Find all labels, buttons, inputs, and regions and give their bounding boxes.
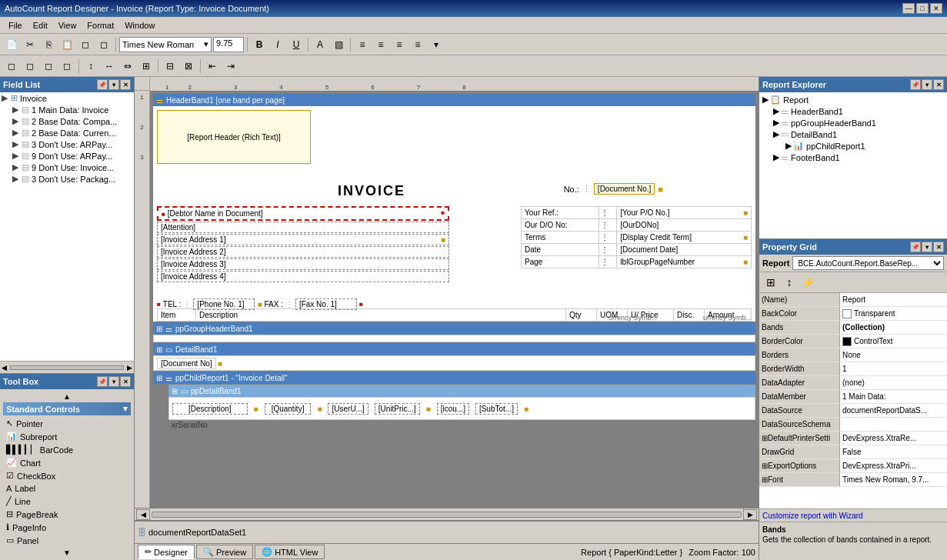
tool-barcode[interactable]: ▋▌▍▎▏ BarCode (3, 443, 131, 456)
tree-groupheader[interactable]: ▶ ⚌ ppGroupHeaderBand1 (761, 117, 945, 128)
scroll-left-icon[interactable]: ◀ (2, 364, 7, 372)
design-canvas-scroll[interactable]: ⚌ HeaderBand1 [one band per page] [Repor… (150, 91, 759, 508)
align-center-btn[interactable]: ≡ (372, 36, 389, 53)
prop-events-btn[interactable]: ⚡ (799, 274, 816, 291)
report-header-richtext[interactable]: [Report Header (Rich Text)] (157, 110, 311, 164)
subtot-detail[interactable]: [SubTot...] (475, 403, 518, 415)
tool-pagebreak[interactable]: ⊟ PageBreak (3, 508, 131, 521)
page-value[interactable]: lblGroupPageNumber ■ (617, 256, 752, 268)
menu-file[interactable]: File (3, 18, 28, 32)
tb4[interactable]: ◻ (77, 36, 94, 53)
tree-footerband-expand[interactable]: ▶ (773, 152, 779, 162)
terms-value[interactable]: [Display Credit Term] ■ (617, 232, 752, 244)
tool-pointer[interactable]: ↖ Pointer (3, 417, 131, 430)
expand-2-icon[interactable]: ▶ (12, 128, 20, 138)
font-size-box[interactable]: 9.75 (213, 37, 244, 52)
prop-expand-exportoptions[interactable]: ⊞ (762, 462, 768, 470)
field-root[interactable]: ▶ ⊞ Invoice (0, 92, 134, 104)
prop-bordercolor-value[interactable]: ControlText (840, 335, 947, 348)
expand-3-icon[interactable]: ▶ (12, 139, 20, 149)
prop-bands-value[interactable]: (Collection) (840, 321, 947, 334)
prop-alphabetical-btn[interactable]: ↕ (781, 274, 798, 291)
expand-5-icon[interactable]: ▶ (12, 162, 20, 172)
fill-btn[interactable]: ▧ (330, 36, 347, 53)
prop-expand-defaultprinter[interactable]: ⊞ (762, 434, 768, 442)
minimize-btn[interactable]: — (902, 3, 915, 14)
explorer-pin[interactable]: 📌 (910, 79, 921, 90)
close-btn[interactable]: ✕ (930, 3, 942, 14)
address2-field[interactable]: [Invoice Address 2] (157, 246, 449, 258)
t2-6[interactable]: ↔ (101, 58, 118, 75)
field-list-pin[interactable]: 📌 (97, 79, 108, 90)
prop-borders-value[interactable]: None (840, 348, 947, 362)
tree-groupheader-expand[interactable]: ▶ (773, 118, 779, 128)
date-value[interactable]: [Document Date] (617, 244, 752, 256)
address1-field[interactable]: [Invoice Address 1] ■ (157, 234, 449, 245)
address3-field[interactable]: [Invoice Address 3] (157, 258, 449, 270)
new-btn[interactable]: 📄 (3, 36, 20, 53)
toolbox-pin[interactable]: 📌 (97, 376, 108, 387)
prop-datamember-value[interactable]: 1 Main Data: (840, 390, 947, 403)
hscroll-right-btn[interactable]: ▶ (743, 509, 757, 520)
tree-report-expand[interactable]: ▶ (762, 95, 769, 105)
t2-3[interactable]: ◻ (40, 58, 57, 75)
explorer-menu[interactable]: ▾ (922, 79, 932, 90)
tree-childreport-expand[interactable]: ▶ (785, 141, 792, 151)
prop-expand-font[interactable]: ⊞ (762, 475, 768, 484)
tab-designer[interactable]: ✏ Designer (138, 545, 195, 559)
t2-10[interactable]: ⊠ (180, 58, 197, 75)
prop-datasource-value[interactable]: documentReportDataS... (840, 404, 947, 417)
bold-btn[interactable]: B (251, 36, 268, 53)
align-right-btn[interactable]: ≡ (391, 36, 408, 53)
property-selector[interactable]: BCE.AutoCount.Report.BaseRep... (792, 256, 944, 270)
scroll-right-icon[interactable]: ▶ (127, 364, 132, 372)
prop-backcolor-value[interactable]: Transparent (840, 307, 947, 320)
t2-12[interactable]: ⇥ (222, 58, 239, 75)
property-grid-close[interactable]: ✕ (933, 242, 944, 252)
field-item-0[interactable]: ▶ ▤ 1 Main Data: Invoice (0, 104, 134, 115)
doc-no-field[interactable]: [Document No.] (594, 183, 655, 195)
description-detail[interactable]: [Description] (172, 403, 248, 415)
menu-edit[interactable]: Edit (28, 18, 53, 32)
prop-datasourceschema-value[interactable] (840, 418, 947, 431)
paste-btn[interactable]: 📋 (58, 36, 75, 53)
toolbox-scroll-down[interactable]: ▼ (3, 548, 131, 557)
standard-controls-header[interactable]: Standard Controls ▾ (3, 402, 131, 415)
explorer-close[interactable]: ✕ (933, 79, 944, 90)
tree-detailband-expand[interactable]: ▶ (773, 129, 779, 139)
customize-wizard-link[interactable]: Customize report with Wizard (762, 512, 863, 520)
tb5[interactable]: ◻ (95, 36, 112, 53)
prop-categorized-btn[interactable]: ⊞ (762, 274, 779, 291)
user-unit-detail[interactable]: [UserU...] (328, 403, 368, 415)
tree-headerband1-expand[interactable]: ▶ (773, 106, 779, 116)
t2-9[interactable]: ⊟ (162, 58, 178, 75)
prop-font-value[interactable]: Times New Roman, 9.7... (840, 473, 947, 486)
t2-11[interactable]: ⇤ (204, 58, 221, 75)
prop-defaultprinter-value[interactable]: DevExpress.XtraRe... (840, 432, 947, 445)
t2-4[interactable]: ◻ (58, 58, 75, 75)
quantity-detail[interactable]: [Quantity] (265, 403, 312, 415)
copy-btn[interactable]: ⎘ (40, 36, 57, 53)
cut-btn[interactable]: ✂ (22, 36, 38, 53)
tool-chart[interactable]: 📈 Chart (3, 456, 131, 469)
underline-btn[interactable]: U (288, 36, 305, 53)
prop-exportoptions-value[interactable]: DevExpress.XtraPri... (840, 459, 947, 472)
tool-subreport[interactable]: 📊 Subreport (3, 430, 131, 443)
tab-htmlview[interactable]: 🌐 HTML View (255, 545, 325, 559)
tool-label[interactable]: A Label (3, 482, 131, 495)
expand-invoice-icon[interactable]: ▶ (2, 93, 9, 103)
prop-borderwidth-value[interactable]: 1 (840, 362, 947, 375)
prop-drawgrid-value[interactable]: False (840, 445, 947, 458)
t2-2[interactable]: ◻ (22, 58, 38, 75)
expand-6-icon[interactable]: ▶ (12, 174, 20, 184)
menu-format[interactable]: Format (82, 18, 119, 32)
t2-7[interactable]: ⇔ (119, 58, 136, 75)
your-ref-value[interactable]: [Your P/O No.] ■ (617, 207, 752, 219)
field-item-5[interactable]: ▶ ▤ 9 Don't Use: Invoice... (0, 162, 134, 173)
field-list-scrollbar[interactable]: ◀ ▶ (0, 361, 134, 373)
t2-1[interactable]: ◻ (3, 58, 20, 75)
font-name-dropdown-icon[interactable]: ▾ (204, 39, 208, 49)
tree-report[interactable]: ▶ 📋 Report (761, 94, 945, 105)
menu-window[interactable]: Window (119, 18, 160, 32)
toolbox-scroll-up[interactable]: ▲ (3, 392, 131, 401)
